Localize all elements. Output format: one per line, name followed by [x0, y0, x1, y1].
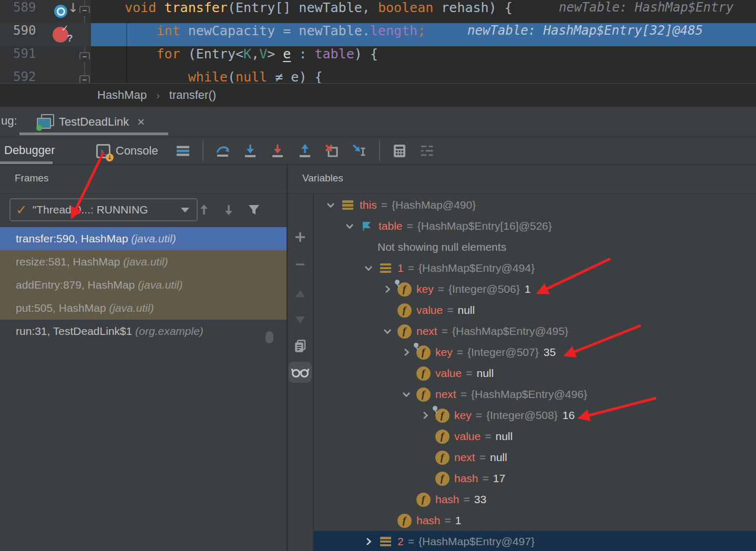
chevron-spacer [416, 472, 434, 485]
conditional-breakpoint-icon[interactable]: ✓? [53, 27, 68, 43]
stream-trace-icon[interactable] [419, 143, 435, 159]
variable-row[interactable]: fhash=1 [314, 510, 756, 531]
remove-watch-icon[interactable] [292, 257, 308, 272]
add-watch-icon[interactable] [292, 229, 308, 245]
execution-point-icon[interactable] [54, 5, 67, 18]
fold-marker-icon[interactable]: − [79, 52, 90, 64]
chevron-down-icon [181, 208, 189, 212]
close-tab-icon[interactable]: × [137, 115, 145, 129]
equals-sign: = [461, 388, 467, 401]
thread-selector-label: "Thread-0...: RUNNING [33, 203, 148, 216]
code-text[interactable]: for (Entry<K,V> e : table) { [93, 46, 378, 69]
variable-value: 1 [455, 514, 462, 527]
console-icon: ›_ ↓ [96, 144, 110, 158]
show-watches-button[interactable] [289, 362, 312, 383]
chevron-down-icon[interactable] [397, 388, 415, 401]
variable-name: key [454, 409, 472, 422]
chevron-down-icon[interactable] [360, 262, 377, 274]
code-text[interactable]: int newCapacity = newTable.length; [93, 23, 425, 46]
variable-row[interactable]: fnext=null [314, 447, 756, 468]
chevron-right-icon[interactable] [397, 346, 415, 359]
variable-row[interactable]: this={HashMap@490} [314, 195, 756, 216]
equals-sign: = [479, 451, 486, 464]
step-over-icon[interactable] [215, 143, 231, 159]
variables-toolbar [288, 193, 314, 551]
variable-row[interactable]: table={HashMap$Entry[16]@526} [314, 216, 756, 237]
variable-row[interactable]: fkey={Integer@508}16 [314, 405, 756, 426]
thread-selector[interactable]: ✓ "Thread-0...: RUNNING [9, 198, 198, 221]
frame-row[interactable]: run:31, TestDeadLink$1 (org.example) [0, 320, 287, 343]
variable-row[interactable]: Not showing null elements [314, 237, 756, 258]
filter-frames-icon[interactable] [247, 203, 261, 217]
code-line-592[interactable]: 592− while(null ≠ e) { [0, 69, 756, 83]
code-text[interactable]: while(null ≠ e) { [93, 69, 323, 83]
show-execution-point-icon[interactable] [175, 143, 191, 159]
chevron-down-icon[interactable] [322, 199, 340, 211]
code-line-590[interactable]: 590✓? int newCapacity = newTable.length;… [0, 23, 756, 46]
line-number[interactable]: 589 [13, 0, 36, 23]
chevron-right-icon[interactable] [379, 283, 396, 295]
inline-debug-hint: newTable: HashMap$Entry [559, 0, 733, 23]
frame-package: (java.util) [138, 279, 182, 291]
variable-row[interactable]: fnext={HashMap$Entry@496} [314, 384, 756, 405]
frame-row[interactable]: put:505, HashMap (java.util) [0, 297, 287, 320]
previous-frame-icon[interactable] [197, 203, 211, 217]
line-number[interactable]: 591 [13, 46, 36, 69]
variable-row[interactable]: 2={HashMap$Entry@497} [314, 531, 756, 551]
tab-console[interactable]: ›_ ↓ Console [96, 137, 158, 165]
chevron-down-icon[interactable] [341, 220, 359, 232]
field-pinned-icon: f [415, 345, 431, 360]
variable-row[interactable]: fkey={Integer@507}35 [314, 342, 756, 363]
variable-row[interactable]: fvalue=null [314, 300, 756, 321]
chevron-right-icon[interactable] [360, 535, 377, 548]
variable-name: key [416, 283, 434, 295]
move-watch-down-icon[interactable] [292, 312, 308, 328]
code-editor[interactable]: 589↓− void transfer(Entry[] newTable, bo… [0, 0, 756, 83]
code-line-591[interactable]: 591− for (Entry<K,V> e : table) { [0, 46, 756, 69]
toolbar-separator [379, 140, 380, 161]
variable-row[interactable]: fnext={HashMap$Entry@495} [314, 321, 756, 342]
variable-row[interactable]: fhash=33 [314, 489, 756, 510]
variable-row[interactable]: 1={HashMap$Entry@494} [314, 258, 756, 279]
equals-sign: = [447, 304, 453, 317]
breadcrumb-item-hashmap[interactable]: HashMap [97, 88, 147, 102]
variable-row[interactable]: fkey={Integer@506}1 [314, 279, 756, 300]
move-watch-up-icon[interactable] [292, 286, 308, 302]
frame-row[interactable]: addEntry:879, HashMap (java.util) [0, 273, 287, 297]
variable-row[interactable]: fhash=17 [314, 468, 756, 489]
line-number[interactable]: 592 [13, 69, 36, 83]
force-step-into-icon[interactable] [270, 143, 285, 159]
variable-row[interactable]: fvalue=null [314, 426, 756, 447]
chevron-right-icon[interactable] [416, 409, 434, 422]
next-frame-icon[interactable] [222, 203, 236, 217]
flag-icon [359, 219, 374, 233]
evaluate-expression-icon[interactable] [392, 143, 407, 159]
line-number[interactable]: 590 [13, 23, 36, 46]
toolwindow-title: ug: [1, 107, 17, 137]
variable-name: next [435, 388, 456, 401]
variable-name: next [416, 325, 437, 338]
tab-debugger[interactable]: Debugger [4, 137, 55, 165]
step-into-icon[interactable] [242, 143, 258, 159]
variable-row[interactable]: fvalue=null [314, 363, 756, 384]
frame-row[interactable]: transfer:590, HashMap (java.util) [0, 227, 287, 250]
fold-marker-icon[interactable]: − [79, 6, 90, 17]
thread-status-check-icon: ✓ [16, 202, 27, 218]
frames-scrollbar-thumb[interactable] [265, 331, 273, 343]
variable-reference: {HashMap$Entry[16]@526} [417, 220, 552, 232]
drop-frame-icon[interactable] [324, 143, 340, 159]
code-text[interactable]: void transfer(Entry[] newTable, boolean … [93, 0, 513, 23]
object-icon [340, 198, 355, 212]
chevron-down-icon[interactable] [379, 325, 396, 338]
variable-reference: {HashMap@490} [392, 199, 476, 211]
variable-name: value [454, 430, 481, 443]
fold-marker-icon[interactable]: − [79, 75, 90, 83]
run-to-cursor-icon[interactable] [352, 143, 367, 159]
frame-row[interactable]: resize:581, HashMap (java.util) [0, 250, 287, 273]
tab-testdeadlink[interactable]: TestDeadLink × [33, 110, 149, 134]
breadcrumb-item-transfer[interactable]: transfer() [169, 88, 216, 102]
code-line-589[interactable]: 589↓− void transfer(Entry[] newTable, bo… [0, 0, 756, 23]
frames-panel: Frames ✓ "Thread-0...: RUNNING transfer:… [0, 165, 287, 551]
step-out-icon[interactable] [297, 143, 313, 159]
duplicate-watch-icon[interactable] [292, 338, 308, 354]
